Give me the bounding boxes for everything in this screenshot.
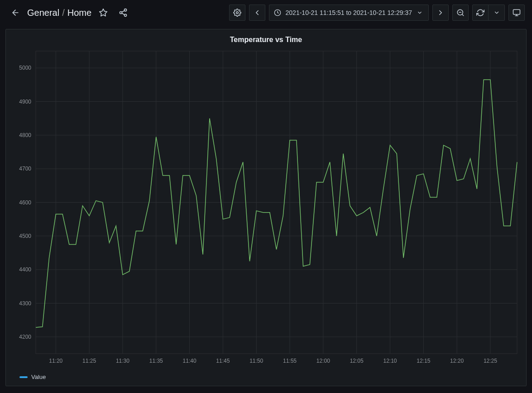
svg-point-6 [236,12,238,14]
legend-series-name[interactable]: Value [31,374,46,380]
breadcrumb: General / Home [27,8,91,18]
svg-text:4200: 4200 [19,334,31,340]
settings-button[interactable] [229,5,245,21]
refresh-interval-button[interactable] [489,5,505,21]
svg-text:11:35: 11:35 [149,358,163,364]
svg-text:11:25: 11:25 [82,358,96,364]
svg-text:4500: 4500 [19,233,31,239]
refresh-button[interactable] [472,5,489,21]
toolbar: General / Home 2021-10-21 11:15:51 to 20… [0,0,532,25]
svg-line-5 [122,10,125,12]
time-range-label: 2021-10-21 11:15:51 to 2021-10-21 12:29:… [286,9,412,16]
svg-text:4900: 4900 [19,99,31,105]
breadcrumb-root[interactable]: General [27,8,59,18]
back-button[interactable] [7,5,24,21]
svg-text:11:30: 11:30 [116,358,129,364]
svg-text:12:15: 12:15 [417,358,430,364]
svg-text:4400: 4400 [19,266,31,273]
chart-panel: Temperature vs Time 42004300440045004600… [5,29,527,386]
svg-text:12:25: 12:25 [484,358,497,364]
svg-text:11:50: 11:50 [249,358,263,364]
favorite-button[interactable] [95,5,111,21]
legend: Value [6,370,526,386]
zoom-out-button[interactable] [452,5,469,21]
time-range-forward-button[interactable] [432,5,449,21]
panel-title: Temperature vs Time [6,29,526,47]
breadcrumb-page[interactable]: Home [67,8,91,18]
share-button[interactable] [115,5,131,21]
svg-text:11:40: 11:40 [183,358,197,364]
svg-text:4800: 4800 [19,132,31,138]
svg-text:11:20: 11:20 [49,358,62,364]
cycle-view-button[interactable] [508,5,525,21]
breadcrumb-separator: / [62,8,65,18]
svg-text:4600: 4600 [19,199,31,206]
time-range-picker[interactable]: 2021-10-21 11:15:51 to 2021-10-21 12:29:… [269,5,429,21]
svg-line-9 [462,14,463,15]
svg-text:5000: 5000 [19,65,31,71]
refresh-button-group [472,5,505,21]
svg-marker-0 [100,9,107,16]
svg-rect-11 [513,9,520,14]
chart-area[interactable]: 42004300440045004600470048004900500011:2… [6,47,526,370]
svg-line-4 [122,13,125,14]
svg-text:12:05: 12:05 [350,358,364,364]
svg-text:11:55: 11:55 [283,358,297,364]
svg-text:12:00: 12:00 [316,358,330,364]
svg-text:4700: 4700 [19,166,31,172]
svg-text:12:10: 12:10 [383,358,397,364]
svg-text:4300: 4300 [19,300,31,307]
svg-text:12:20: 12:20 [450,358,464,364]
clock-icon [274,9,281,16]
time-range-back-button[interactable] [249,5,265,21]
chevron-down-icon [417,9,423,16]
svg-text:11:45: 11:45 [216,358,230,364]
legend-swatch[interactable] [19,376,28,378]
